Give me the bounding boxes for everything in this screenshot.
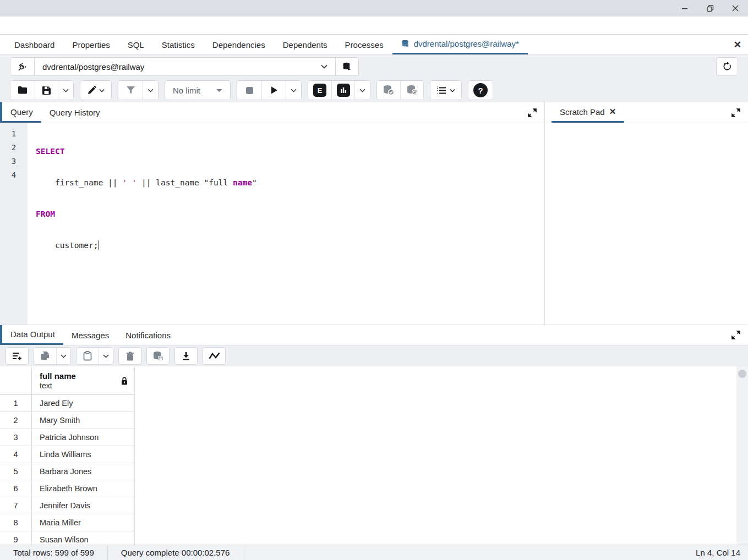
tab-query-history-label: Query History <box>50 108 100 117</box>
query-tool-tab-label: dvdrental/postgres@railway* <box>414 39 519 48</box>
tab-sql[interactable]: SQL <box>119 35 153 54</box>
query-toolbar: No limit E <box>0 78 748 102</box>
explain-analyze-button[interactable] <box>331 81 354 100</box>
tab-query[interactable]: Query <box>2 102 41 123</box>
expand-scratch-pad-icon[interactable] <box>731 102 740 123</box>
execute-dropdown-chevron[interactable] <box>286 81 301 100</box>
column-header-full-name[interactable]: full name text <box>32 367 135 395</box>
save-file-button[interactable] <box>35 81 58 100</box>
scratch-pad-textarea[interactable] <box>545 123 748 325</box>
connection-group: dvdrental/postgres@railway <box>10 57 359 76</box>
tab-query-label: Query <box>10 107 33 117</box>
code-line: first_name || ' ' || last_name "full nam… <box>36 176 544 190</box>
open-file-button[interactable] <box>10 81 35 100</box>
add-row-button[interactable] <box>6 348 28 364</box>
expand-output-panel-icon[interactable] <box>731 325 740 345</box>
tab-processes[interactable]: Processes <box>336 35 392 54</box>
data-output-label: Data Output <box>10 330 55 339</box>
table-row: 3Patricia Johnson <box>0 429 135 446</box>
query-tab-row: Query Query History <box>0 102 544 123</box>
tab-data-output[interactable]: Data Output <box>2 325 63 345</box>
macros-button[interactable] <box>430 81 461 100</box>
query-panel: Query Query History 1 2 3 4 SELECT <box>0 102 545 325</box>
explain-analyze-icon <box>337 84 350 97</box>
cancel-query-button[interactable] <box>237 81 261 100</box>
line-number: 4 <box>0 168 28 182</box>
sql-editor[interactable]: 1 2 3 4 SELECT first_name || ' ' || last… <box>0 123 544 325</box>
grid-header-row: full name text <box>0 367 135 395</box>
rollback-button[interactable] <box>400 81 423 100</box>
row-limit-select[interactable]: No limit <box>165 81 230 100</box>
grid-corner-cell[interactable] <box>0 367 32 395</box>
copy-button[interactable] <box>34 348 56 364</box>
column-name: full name <box>40 371 129 381</box>
explain-icon: E <box>313 84 326 97</box>
filter-button[interactable] <box>118 81 143 100</box>
explain-button[interactable]: E <box>308 81 331 100</box>
tab-messages[interactable]: Messages <box>63 325 117 345</box>
data-grid: full name text 1Jared Ely 2Mary Smith 3P… <box>0 366 748 545</box>
total-rows-status: Total rows: 599 of 599 <box>0 545 108 560</box>
paste-dropdown-chevron[interactable] <box>99 348 113 364</box>
line-number-gutter: 1 2 3 4 <box>0 123 28 325</box>
save-dropdown-chevron[interactable] <box>58 81 73 100</box>
tab-properties[interactable]: Properties <box>63 35 118 54</box>
filter-dropdown-chevron[interactable] <box>143 81 158 100</box>
help-button[interactable]: ? <box>468 81 493 100</box>
lock-icon <box>121 377 128 385</box>
close-scratch-pad-icon[interactable]: ✕ <box>609 107 616 117</box>
close-tab-icon[interactable]: ✕ <box>734 35 741 54</box>
copy-dropdown-chevron[interactable] <box>56 348 70 364</box>
line-number: 1 <box>0 127 28 141</box>
tab-dependencies[interactable]: Dependencies <box>204 35 274 54</box>
edit-menu-button[interactable] <box>80 81 111 100</box>
close-window-button[interactable] <box>723 0 748 17</box>
save-data-changes-button[interactable] <box>147 348 169 364</box>
status-bar: Total rows: 599 of 599 Query complete 00… <box>0 545 748 560</box>
code-line: FROM <box>36 207 544 221</box>
new-connection-button[interactable] <box>335 58 358 75</box>
cursor-position-status: Ln 4, Col 14 <box>696 548 748 557</box>
commit-button[interactable] <box>377 81 400 100</box>
minimize-button[interactable] <box>672 0 697 17</box>
row-limit-value: No limit <box>173 86 200 95</box>
scratch-pad-tab-row: Scratch Pad ✕ <box>545 102 748 123</box>
object-tab-bar: Dashboard Properties SQL Statistics Depe… <box>0 34 748 55</box>
table-row: 1Jared Ely <box>0 395 135 412</box>
expand-query-panel-icon[interactable] <box>528 102 537 123</box>
sql-code[interactable]: SELECT first_name || ' ' || last_name "f… <box>28 123 544 325</box>
tab-scratch-pad[interactable]: Scratch Pad ✕ <box>552 102 624 123</box>
restore-button[interactable] <box>697 0 723 17</box>
chevron-down-icon <box>321 64 327 69</box>
table-row: 9Susan Wilson <box>0 531 135 545</box>
scratch-pad-label: Scratch Pad <box>560 107 605 117</box>
table-row: 6Elizabeth Brown <box>0 480 135 497</box>
scrollbar-thumb[interactable] <box>738 370 746 378</box>
download-results-button[interactable] <box>175 348 197 364</box>
code-line: customer; <box>36 239 544 252</box>
tab-dashboard[interactable]: Dashboard <box>6 35 63 54</box>
tab-notifications[interactable]: Notifications <box>117 325 179 345</box>
reset-layout-button[interactable] <box>716 57 738 76</box>
query-complete-status: Query complete 00:00:02.576 <box>108 545 244 560</box>
tab-query-history[interactable]: Query History <box>41 102 108 123</box>
explain-dropdown-chevron[interactable] <box>354 81 370 100</box>
execute-query-button[interactable] <box>261 81 286 100</box>
paste-button[interactable] <box>77 348 99 364</box>
line-number: 3 <box>0 155 28 168</box>
tab-dependents[interactable]: Dependents <box>274 35 336 54</box>
table-row: 2Mary Smith <box>0 412 135 429</box>
vertical-scrollbar[interactable] <box>736 366 748 545</box>
tab-statistics[interactable]: Statistics <box>153 35 204 54</box>
line-number: 2 <box>0 141 28 155</box>
connection-bar: dvdrental/postgres@railway <box>0 55 748 78</box>
window-titlebar <box>0 0 748 17</box>
output-toolbar <box>0 345 748 366</box>
tab-query-tool-active[interactable]: dvdrental/postgres@railway* <box>392 35 528 54</box>
graph-visualiser-button[interactable] <box>203 348 225 364</box>
connection-select[interactable]: dvdrental/postgres@railway <box>35 58 335 75</box>
connection-status-icon[interactable] <box>10 58 35 75</box>
scratch-pad-panel: Scratch Pad ✕ <box>545 102 748 325</box>
output-tab-row: Data Output Messages Notifications <box>0 325 748 345</box>
delete-row-button[interactable] <box>119 348 141 364</box>
